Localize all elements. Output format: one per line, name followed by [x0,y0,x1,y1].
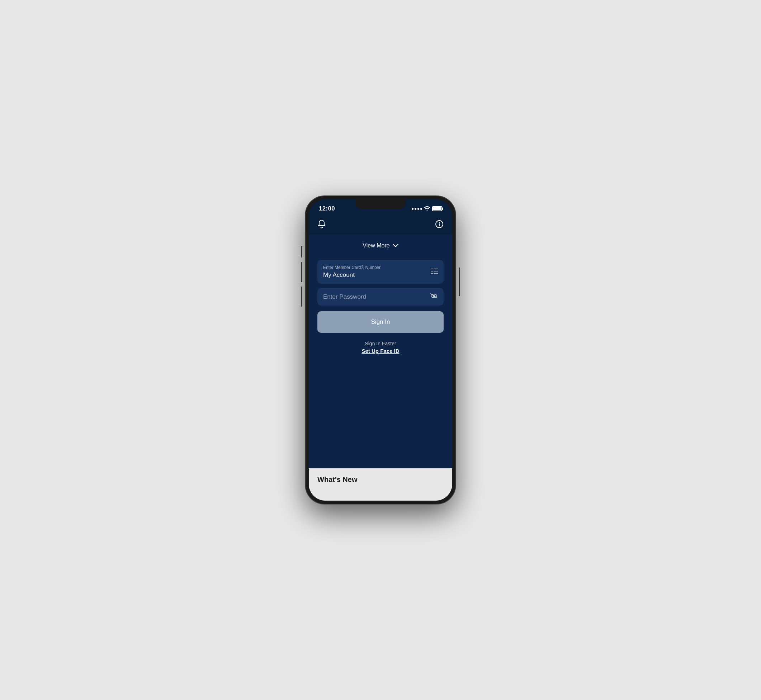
info-icon[interactable] [435,220,444,230]
view-more-row[interactable]: View More [316,234,445,260]
status-time: 12:00 [319,205,335,212]
form-area: Enter Member Card® Number My Account [316,260,445,333]
phone-device: 12:00 [305,196,456,504]
sign-in-button[interactable]: Sign In [317,311,444,333]
status-icons [412,206,442,212]
member-card-value: My Account [323,272,431,279]
member-card-input-left: Enter Member Card® Number My Account [323,265,431,279]
whats-new-panel: What's New [309,468,452,501]
password-input-left: Enter Password [323,293,430,300]
main-area: View More Enter Member Card® Number My A… [309,234,452,468]
face-id-section: Sign In Faster Set Up Face ID [316,333,445,361]
volume-silent-button [301,246,302,258]
member-card-field[interactable]: Enter Member Card® Number My Account [317,260,444,284]
bell-icon[interactable] [317,219,326,230]
set-up-face-id-link[interactable]: Set Up Face ID [361,348,399,354]
app-content: View More Enter Member Card® Number My A… [309,215,452,501]
notch [355,199,406,209]
view-more-label: View More [363,242,389,249]
password-placeholder: Enter Password [323,293,430,300]
member-card-label: Enter Member Card® Number [323,265,431,270]
eye-slash-icon[interactable] [430,293,438,300]
wifi-icon [424,206,430,212]
top-bar [309,215,452,234]
battery-icon [432,206,442,211]
signal-icon [412,208,422,210]
sign-in-label: Sign In [371,319,390,325]
list-icon[interactable] [431,268,438,276]
volume-up-button [301,262,302,282]
chevron-down-icon [393,242,398,249]
password-field[interactable]: Enter Password [317,288,444,306]
whats-new-title: What's New [317,475,357,484]
volume-down-button [301,286,302,306]
phone-screen: 12:00 [309,199,452,501]
sign-in-faster-text: Sign In Faster [365,341,396,347]
power-button [459,267,460,296]
